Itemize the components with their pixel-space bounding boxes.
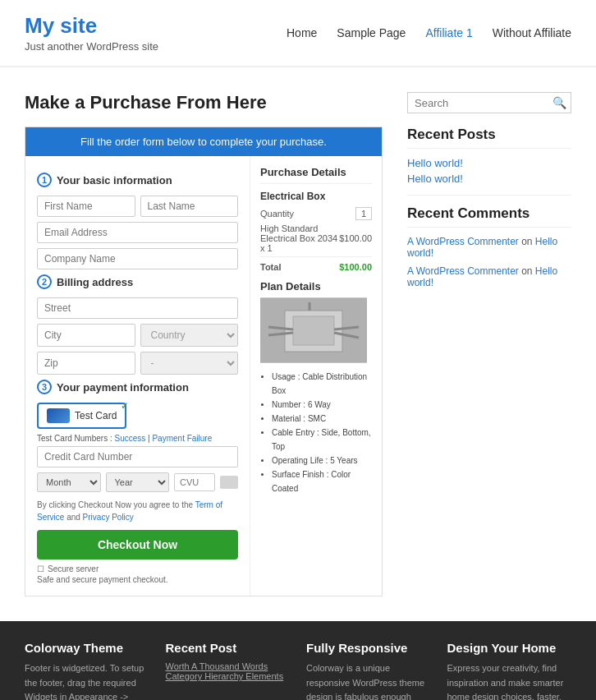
month-select[interactable]: Month <box>37 472 101 492</box>
page-title: Make a Purchase From Here <box>25 92 383 113</box>
secure-label: Secure server <box>48 564 99 573</box>
email-input[interactable] <box>37 222 238 243</box>
checkout-header: Fill the order form below to complete yo… <box>25 127 382 156</box>
footer-text-3: Express your creativity, find inspiratio… <box>447 661 572 700</box>
country-select[interactable]: Country <box>140 324 239 347</box>
nav-without-affiliate[interactable]: Without Affiliate <box>493 26 571 39</box>
total-label: Total <box>260 262 281 272</box>
product-name: Electrical Box <box>260 191 372 202</box>
section3-title: Your payment information <box>57 381 189 394</box>
svg-rect-2 <box>293 316 334 345</box>
site-nav: Home Sample Page Affiliate 1 Without Aff… <box>287 26 571 39</box>
year-select[interactable]: Year <box>106 472 170 492</box>
terms-and: and <box>66 513 80 522</box>
footer-col-0: Colorway Theme Footer is widgetized. To … <box>25 641 149 700</box>
lock-icon: ☐ <box>37 564 44 573</box>
name-row <box>37 196 238 217</box>
comment-on-0: on <box>521 236 535 247</box>
last-name-input[interactable] <box>140 196 239 217</box>
checkout-body: 1 Your basic information <box>25 156 382 596</box>
recent-posts-title: Recent Posts <box>407 127 571 149</box>
section2-num: 2 <box>37 274 52 289</box>
failure-link[interactable]: Payment Failure <box>152 434 212 443</box>
footer-col-1: Recent Post Worth A Thousand Words Categ… <box>166 641 291 700</box>
footer-text-2: Colorway is a unique responsive WordPres… <box>306 661 431 700</box>
section1-num: 1 <box>37 173 52 187</box>
privacy-link[interactable]: Privacy Policy <box>83 513 134 522</box>
payment-date-row: Month Year <box>37 472 238 492</box>
check-icon: ✓ <box>121 400 129 412</box>
cvc-input[interactable] <box>174 473 215 491</box>
secure-row: ☐ Secure server <box>37 564 238 573</box>
footer-title-1: Recent Post <box>166 641 291 655</box>
success-link[interactable]: Success <box>114 434 145 443</box>
zip-row: - <box>37 352 238 375</box>
commenter-1: A WordPress Commenter <box>407 265 519 277</box>
city-input[interactable] <box>37 324 135 347</box>
plan-details-list: Usage : Cable Distribution Box Number : … <box>260 370 372 495</box>
section2-title: Billing address <box>57 276 133 288</box>
street-input[interactable] <box>37 297 238 319</box>
plan-detail-2: Material : SMC <box>272 412 372 426</box>
footer-title-3: Design Your Home <box>447 641 572 655</box>
footer-text-0: Footer is widgetized. To setup the foote… <box>25 661 149 700</box>
section2-label: 2 Billing address <box>37 274 238 289</box>
first-name-input[interactable] <box>37 196 135 217</box>
quantity-value: 1 <box>355 207 372 220</box>
plan-title: Plan Details <box>260 280 372 292</box>
product-desc: High Standard Electrical Box 2034 x 1 <box>260 223 339 253</box>
footer-col-3: Design Your Home Express your creativity… <box>447 641 572 700</box>
plan-detail-5: Surface Finish : Color Coated <box>272 467 372 495</box>
footer-col-2: Fully Responsive Colorway is a unique re… <box>306 641 431 700</box>
safe-text: Safe and secure payment checkout. <box>37 575 238 584</box>
form-column: 1 Your basic information <box>25 156 250 596</box>
comment-1: A WordPress Commenter on Hello world! <box>407 265 571 288</box>
plan-detail-3: Cable Entry : Side, Bottom, Top <box>272 426 372 454</box>
test-card-label: Test Card Numbers : <box>37 434 112 443</box>
product-price: $100.00 <box>339 233 372 243</box>
email-row <box>37 222 238 243</box>
cc-number-input[interactable] <box>37 446 238 467</box>
terms-text: By clicking Checkout Now you agree to th… <box>37 499 238 523</box>
quantity-label: Quantity <box>260 209 294 219</box>
recent-comments-title: Recent Comments <box>407 205 571 228</box>
company-input[interactable] <box>37 248 238 269</box>
section3-label: 3 Your payment information <box>37 380 238 394</box>
footer-title-0: Colorway Theme <box>25 641 149 655</box>
site-tagline: Just another WordPress site <box>25 40 158 53</box>
plan-detail-1: Number : 6 Way <box>272 398 372 412</box>
company-row <box>37 248 238 269</box>
zip-input[interactable] <box>37 352 135 375</box>
section1-label: 1 Your basic information <box>37 173 238 187</box>
quantity-row: Quantity 1 <box>260 207 372 220</box>
nav-home[interactable]: Home <box>287 26 317 39</box>
site-branding: My site Just another WordPress site <box>25 13 158 53</box>
plan-detail-4: Operating Life : 5 Years <box>272 454 372 467</box>
recent-post-1[interactable]: Hello world! <box>407 173 571 185</box>
search-box: 🔍 <box>407 92 571 113</box>
footer-link-1b[interactable]: Category Hierarchy Elements <box>166 671 291 681</box>
footer-main: Colorway Theme Footer is widgetized. To … <box>0 621 596 700</box>
site-title: My site <box>25 13 158 39</box>
search-icon[interactable]: 🔍 <box>552 96 566 109</box>
total-price: $100.00 <box>339 262 372 272</box>
product-image <box>260 297 367 363</box>
footer-title-2: Fully Responsive <box>306 641 431 655</box>
comment-0: A WordPress Commenter on Hello world! <box>407 236 571 259</box>
comment-on-1: on <box>521 265 535 277</box>
test-card-button[interactable]: Test Card ✓ <box>37 403 126 429</box>
sidebar: 🔍 Recent Posts Hello world! Hello world!… <box>407 92 571 596</box>
zip-select[interactable]: - <box>140 352 239 375</box>
plan-detail-0: Usage : Cable Distribution Box <box>272 370 372 398</box>
street-row <box>37 297 238 319</box>
footer-link-1a[interactable]: Worth A Thousand Words <box>166 661 291 671</box>
credit-card-icon <box>47 408 70 423</box>
card-mini-icon <box>220 476 238 489</box>
nav-affiliate1[interactable]: Affiliate 1 <box>425 26 472 39</box>
nav-sample-page[interactable]: Sample Page <box>337 26 406 39</box>
search-input[interactable] <box>415 97 552 109</box>
recent-post-0[interactable]: Hello world! <box>407 157 571 169</box>
checkout-button[interactable]: Checkout Now <box>37 530 238 560</box>
section3-num: 3 <box>37 380 52 394</box>
terms-prefix: By clicking Checkout Now you agree to th… <box>37 500 193 509</box>
